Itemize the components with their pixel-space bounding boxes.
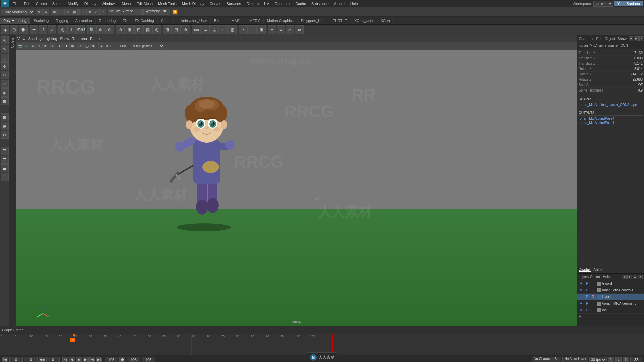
- menu-help[interactable]: Help: [347, 1, 361, 6]
- tab-mash[interactable]: MASH: [228, 18, 246, 24]
- layer-name-2[interactable]: layer1: [602, 295, 643, 299]
- layer-v-0[interactable]: V: [579, 282, 583, 285]
- vp-menu-view[interactable]: View: [17, 37, 25, 41]
- tool-plane[interactable]: ▤: [143, 25, 152, 34]
- shelf-scale[interactable]: ⤢: [93, 9, 100, 15]
- menu-mesh-display[interactable]: Mesh Display: [179, 1, 207, 6]
- tool-bridge[interactable]: ⊏: [219, 25, 228, 34]
- bc-playback-end[interactable]: 105: [127, 357, 140, 362]
- tool-lasso-left[interactable]: ◌: [1, 54, 9, 62]
- tab-xgen-user[interactable]: XGen_User: [351, 18, 377, 24]
- vp-view3[interactable]: ③: [36, 43, 42, 49]
- tool-bevel[interactable]: ◬: [210, 25, 219, 34]
- tool-move[interactable]: ✛: [30, 25, 38, 34]
- tool-vertex[interactable]: •: [239, 25, 248, 34]
- menu-display[interactable]: Display: [82, 1, 99, 6]
- bc-play-prev[interactable]: ◀: [69, 357, 75, 362]
- tab-fx[interactable]: FX: [119, 18, 131, 24]
- tab-sculpting[interactable]: Sculpting: [30, 18, 52, 24]
- tool-list2[interactable]: ☰: [1, 156, 9, 164]
- menu-arnold[interactable]: Arnold: [331, 1, 347, 6]
- tab-polygons-user[interactable]: Polygons_User: [298, 18, 330, 24]
- tool-cam3[interactable]: ⊙: [105, 25, 114, 34]
- tool-separate[interactable]: ⊟: [172, 25, 181, 34]
- bc-start-frame[interactable]: 0: [9, 357, 23, 362]
- tool-display3[interactable]: ⊟: [1, 131, 9, 139]
- tab-animation-user[interactable]: Animation_User: [177, 18, 211, 24]
- layer-name-3[interactable]: /ronan_MtoA:geometry: [602, 302, 643, 305]
- tool-sphere[interactable]: ⊙: [116, 25, 125, 34]
- tool-cam2[interactable]: ⊕: [96, 25, 105, 34]
- tab-animation[interactable]: Animation: [72, 18, 96, 24]
- layer-color-2[interactable]: [597, 295, 601, 299]
- tool-face[interactable]: ▣: [257, 25, 266, 34]
- bc-playback-end2[interactable]: [142, 357, 155, 362]
- menu-edit[interactable]: Edit: [21, 1, 33, 6]
- bc-char-set[interactable]: No Character Set: [532, 357, 561, 362]
- tool-list4[interactable]: ☰: [1, 173, 9, 181]
- menu-mesh-tools[interactable]: Mesh Tools: [155, 1, 179, 6]
- tool-rotate[interactable]: ↺: [39, 25, 47, 34]
- menu-select[interactable]: Select: [50, 1, 65, 6]
- layer-p-4[interactable]: P: [585, 308, 589, 312]
- shelf-redo[interactable]: ↻: [43, 9, 49, 15]
- vp-cam-btn[interactable]: 📷: [17, 43, 23, 49]
- menu-edit-mesh[interactable]: Edit Mesh: [133, 1, 155, 6]
- shelf-no-live[interactable]: No Live Surface: [108, 9, 142, 15]
- viewport[interactable]: RRCG 人人素材 RRCG 人人素材 RRCG 人人素材 人人素材 RR ww…: [16, 35, 577, 326]
- shelf-undo[interactable]: ↺: [36, 9, 43, 15]
- tool-fill[interactable]: ▧: [228, 25, 237, 34]
- vp-menu-renderer[interactable]: Renderer: [72, 37, 87, 41]
- tool-rotate-left[interactable]: ↺: [1, 71, 9, 79]
- tool-display2[interactable]: ▣: [1, 122, 9, 130]
- menu-create[interactable]: Create: [33, 1, 50, 6]
- shelf-snap2[interactable]: ⊡: [58, 9, 64, 15]
- tool-display1[interactable]: ⊞: [1, 113, 9, 121]
- shelf-snap1[interactable]: ⊞: [51, 9, 58, 15]
- bc-range-btn1[interactable]: ⬟: [119, 357, 125, 362]
- tool-scale-left[interactable]: ⤢: [1, 80, 9, 88]
- bc-step-left[interactable]: ◀◀: [39, 357, 45, 362]
- shelf-snap4[interactable]: ▦: [71, 9, 78, 15]
- tool-list3[interactable]: ☰: [1, 164, 9, 172]
- workspace-select[interactable]: anim*: [593, 1, 613, 7]
- layer-color-3[interactable]: [597, 302, 601, 306]
- output-item-0[interactable]: ronan_MtoA:blindPose4: [579, 116, 643, 121]
- bc-stop[interactable]: ■: [76, 357, 82, 362]
- tool-cyl[interactable]: ⊡: [134, 25, 143, 34]
- graph-editor-label[interactable]: Graph Editor: [2, 328, 23, 332]
- shelf-snap3[interactable]: ⊞: [64, 9, 71, 15]
- vp-light1[interactable]: ☀: [77, 43, 84, 49]
- tab-channels[interactable]: Channels: [579, 37, 594, 41]
- menu-substance[interactable]: Substance: [309, 1, 331, 6]
- layer-v-3[interactable]: V: [579, 302, 583, 305]
- layer-p-1[interactable]: P: [585, 288, 589, 292]
- tab-rendering[interactable]: Rendering: [96, 18, 120, 24]
- vp-light2[interactable]: ◯: [84, 43, 90, 49]
- tool-scale[interactable]: ⤢: [48, 25, 56, 34]
- vp-menu-panels[interactable]: Panels: [90, 37, 101, 41]
- tool-delete[interactable]: ✕: [277, 25, 285, 34]
- tab-turtle[interactable]: TURTLE: [329, 18, 351, 24]
- tab-mery[interactable]: MERY: [246, 18, 264, 24]
- vp-color-space-select[interactable]: sRGB gamma: [131, 43, 164, 49]
- menu-windows[interactable]: Windows: [99, 1, 119, 6]
- layer-arrow2[interactable]: ▶: [627, 275, 632, 279]
- layer-color-1[interactable]: [597, 288, 601, 292]
- layer-name-4[interactable]: /bg: [602, 308, 643, 312]
- rpanel-arrow-right[interactable]: ▶: [634, 36, 639, 41]
- rpanel-arrow-up[interactable]: ▲: [639, 36, 644, 41]
- tool-select-left[interactable]: ↖: [1, 36, 9, 44]
- vp-exposure-btn[interactable]: ◈: [98, 43, 104, 49]
- shelf-anim-mode[interactable]: ⏩: [172, 9, 178, 15]
- bc-fps-select[interactable]: 30 fps: [589, 357, 607, 362]
- layer-arrow1[interactable]: ◀: [622, 275, 627, 279]
- tool-cube[interactable]: ▣: [125, 25, 134, 34]
- vp-smooth[interactable]: ●: [57, 43, 63, 49]
- bc-audio[interactable]: ♪: [615, 357, 622, 362]
- tool-paint-left[interactable]: ✎: [1, 45, 9, 53]
- rpanel-arrow-left[interactable]: ◀: [629, 36, 633, 41]
- bc-frame-0[interactable]: [46, 357, 60, 362]
- vp-view1[interactable]: ①: [23, 43, 29, 49]
- tool-snap-left[interactable]: ⊡: [1, 97, 9, 105]
